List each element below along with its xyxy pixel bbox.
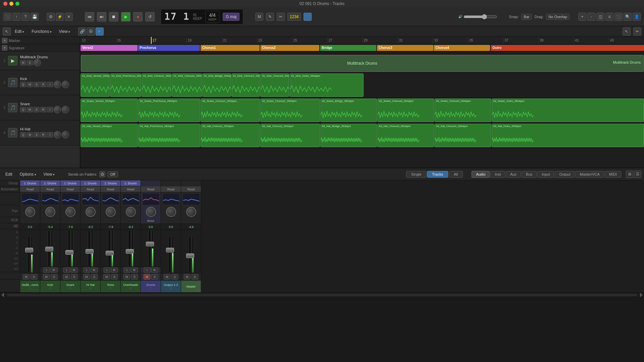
mixer-options-menu[interactable]: Options <box>17 171 39 178</box>
snap-value[interactable]: Bar <box>521 14 532 20</box>
save-icon[interactable]: 💾 <box>31 13 39 21</box>
ch9-pan[interactable] <box>186 207 196 217</box>
play-button[interactable]: ▶ <box>121 12 130 21</box>
marker-chorus3[interactable]: Chorus3 <box>377 45 433 51</box>
ch2-r[interactable]: R <box>51 267 57 273</box>
hihat-clip-verse2[interactable]: 03_Hat_Verse2_091bpm <box>80 124 138 147</box>
mixer-type-inst[interactable]: Inst <box>490 171 505 178</box>
kick-clip-chorus1[interactable]: 01_Kick_Chorus1_091bpm <box>142 73 172 97</box>
ch1-mute[interactable]: M <box>23 274 30 280</box>
solo-btn-4[interactable]: S <box>34 132 40 137</box>
view-menu[interactable]: View <box>56 28 73 35</box>
ch8-eq[interactable] <box>162 193 180 205</box>
pan-knob-3[interactable] <box>62 106 69 113</box>
maximize-button[interactable] <box>15 2 19 6</box>
q-btn-4[interactable]: Q <box>20 132 26 137</box>
ch2-name-label[interactable]: Kick 2 <box>40 280 60 292</box>
ch8-pan[interactable] <box>166 207 176 217</box>
metronome-icon[interactable]: 🎵 <box>304 13 312 21</box>
scissors2-icon[interactable]: ✂ <box>633 27 641 36</box>
record-button[interactable]: ● <box>133 12 143 21</box>
multitrack-clip[interactable]: Multitrack Drums <box>81 55 644 72</box>
zoom-out-icon[interactable]: - <box>587 13 595 21</box>
ch5-r[interactable]: R <box>111 267 118 273</box>
mixer-type-aux[interactable]: Aux <box>506 171 521 178</box>
kick-clip-chorus4[interactable]: 01_Kick_Chorus4_091bpm <box>260 73 289 97</box>
ch9-name-label[interactable]: Master <box>181 280 201 292</box>
mixer-edit-menu[interactable]: Edit <box>3 171 15 178</box>
ch6-pan[interactable] <box>126 207 136 217</box>
loop-button[interactable]: ↺ <box>145 12 155 21</box>
ch4-solo[interactable]: S <box>91 274 98 280</box>
sends-power-icon[interactable]: ⏻ <box>99 171 105 177</box>
mixer-tab-tracks[interactable]: Tracks <box>427 171 448 178</box>
mixer-type-bus[interactable]: Bus <box>522 171 537 178</box>
kick-clip-chorus2[interactable]: 01_Kick_Chorus2_091bpm <box>172 73 202 97</box>
master-volume-slider[interactable] <box>464 14 497 19</box>
ch5-auto[interactable]: Read <box>101 186 120 192</box>
q-btn-3[interactable]: Q <box>20 107 26 112</box>
ch6-name-label[interactable]: Overheads 6 <box>121 280 141 292</box>
search-icon[interactable]: 🔍 <box>624 13 632 21</box>
snare-clip-chorus4[interactable]: 02_Snare_Chorus4_091bpm <box>434 99 491 122</box>
ch6-fader-knob[interactable] <box>126 249 134 254</box>
ch7-mute[interactable]: M <box>144 274 150 280</box>
rec-btn-2[interactable]: R <box>40 82 46 87</box>
cycle-icon[interactable]: ⊫ <box>96 27 104 36</box>
mixer-list-btn[interactable]: ☰ <box>634 171 641 178</box>
ch3-name-label[interactable]: Snare 3 <box>60 280 80 292</box>
q-btn-2[interactable]: Q <box>20 82 26 87</box>
midi-icon[interactable]: M <box>255 13 263 21</box>
ch3-eq[interactable] <box>62 193 79 205</box>
snare-clip-chorus2[interactable]: 02_Snare_Chorus2_091bpm <box>260 99 320 122</box>
volume-knob-3[interactable] <box>54 106 61 113</box>
mixer-type-output[interactable]: Output <box>555 171 575 178</box>
solo-btn-1[interactable]: S <box>27 60 33 65</box>
ch3-fader-knob[interactable] <box>65 250 73 255</box>
add-signature-button[interactable]: + <box>2 45 7 51</box>
ch8-solo[interactable]: S <box>171 274 178 280</box>
mixer-type-mastervca[interactable]: Master/VCA <box>575 171 604 178</box>
ch9-solo[interactable]: D <box>192 274 198 280</box>
help-icon[interactable]: ? <box>21 13 30 21</box>
ch3-pan[interactable] <box>65 207 75 217</box>
scissors-icon[interactable]: ✂ <box>277 13 285 21</box>
ch5-pan[interactable] <box>106 207 116 217</box>
hihat-clip-prechorus[interactable]: 03_Hat_PreChorus_091bpm <box>138 124 200 147</box>
catch-icon[interactable]: ⦿ <box>87 27 95 36</box>
volume-knob-4[interactable] <box>54 131 61 138</box>
ch6-eq[interactable] <box>122 193 140 205</box>
ch1-name-label[interactable]: Multit...rums 1 <box>20 280 40 292</box>
fast-forward-button[interactable]: ⏭ <box>97 12 106 21</box>
hihat-clip-outro[interactable]: 03_Hat_Outro_091bpm <box>492 124 644 147</box>
ch7-fader-knob[interactable] <box>146 242 154 246</box>
hihat-clip-chorus3[interactable]: 03_Hat_Chorus3_091bpm <box>377 124 434 147</box>
ch4-name-label[interactable]: Hi Hat 4 <box>80 280 100 292</box>
mixer-grid-btn[interactable]: ⊞ <box>626 171 633 178</box>
ch7-name-label[interactable]: Drums 7 <box>141 280 161 292</box>
mute-btn-4[interactable]: M <box>27 132 33 137</box>
ch4-eq[interactable] <box>82 193 99 205</box>
ch1-group[interactable]: 1: Drums <box>20 180 40 186</box>
mixer-view-menu[interactable]: View <box>41 171 57 178</box>
pan-knob-2[interactable] <box>62 81 69 88</box>
ch7-eq[interactable] <box>142 193 160 205</box>
i-btn-4[interactable]: I <box>47 132 53 137</box>
kick-clip-prechorus[interactable]: 01_Kick_PreChorus_091bpm <box>110 73 141 97</box>
view-icon[interactable]: ◫ <box>596 13 604 21</box>
ch1-solo[interactable]: S <box>31 274 37 280</box>
ch7-i[interactable]: I <box>144 267 151 273</box>
ch2-mute[interactable]: M <box>43 274 50 280</box>
config-icon[interactable]: ≡ <box>605 13 613 21</box>
ch2-fader-knob[interactable] <box>45 247 53 251</box>
ch5-solo[interactable]: S <box>111 274 118 280</box>
ch6-auto[interactable]: Read <box>121 186 141 192</box>
mute-btn-3[interactable]: M <box>27 107 33 112</box>
rec-btn-4[interactable]: R <box>40 132 46 137</box>
ch3-mute[interactable]: M <box>63 274 70 280</box>
link-icon[interactable]: 🔗 <box>78 27 86 36</box>
solo-btn-2[interactable]: S <box>34 82 40 87</box>
stop-button[interactable]: ⏹ <box>109 12 118 21</box>
ch4-group[interactable]: 1: Drums <box>80 180 100 186</box>
drag-value[interactable]: No Overlap <box>546 14 570 20</box>
